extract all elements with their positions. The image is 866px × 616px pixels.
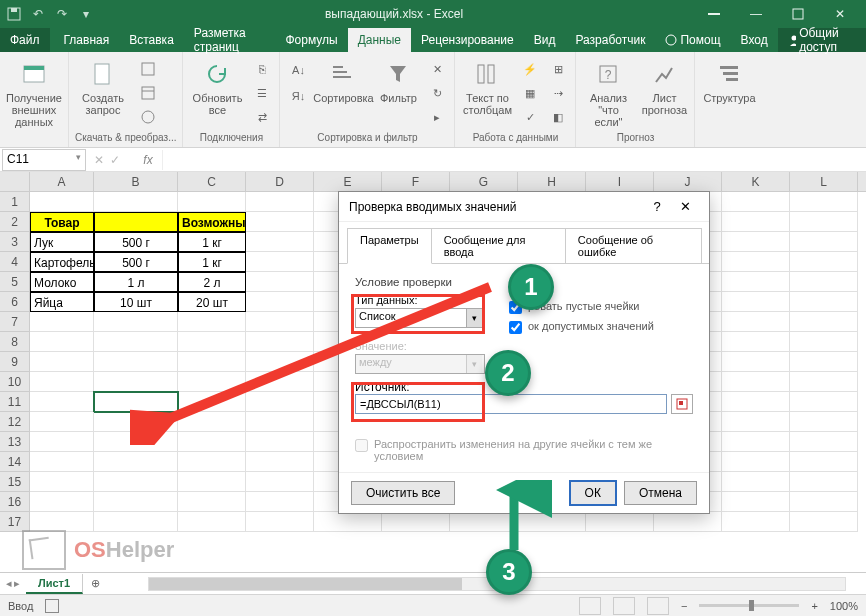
cell[interactable] xyxy=(246,372,314,392)
source-input[interactable] xyxy=(355,394,667,414)
cell[interactable] xyxy=(178,512,246,532)
cell[interactable] xyxy=(246,452,314,472)
row-header[interactable]: 13 xyxy=(0,432,30,452)
row-header[interactable]: 14 xyxy=(0,452,30,472)
cell[interactable] xyxy=(518,512,586,532)
filter-button[interactable]: Фильтр xyxy=(376,58,420,104)
row-header[interactable]: 7 xyxy=(0,312,30,332)
cell[interactable] xyxy=(722,192,790,212)
cell[interactable] xyxy=(450,512,518,532)
get-external-data-button[interactable]: Получение внешних данных xyxy=(6,58,62,128)
view-pagebreak-icon[interactable] xyxy=(647,597,669,615)
cell[interactable] xyxy=(246,432,314,452)
row-header[interactable]: 10 xyxy=(0,372,30,392)
sheet-nav-last-icon[interactable]: ▸ xyxy=(14,577,20,590)
enter-fx-icon[interactable]: ✓ xyxy=(110,153,120,167)
show-queries-icon[interactable] xyxy=(137,58,159,80)
advanced-icon[interactable]: ▸ xyxy=(426,106,448,128)
cell[interactable] xyxy=(790,352,858,372)
tab-review[interactable]: Рецензирование xyxy=(411,28,524,52)
cell[interactable] xyxy=(30,452,94,472)
row-header[interactable]: 17 xyxy=(0,512,30,532)
cell[interactable] xyxy=(382,512,450,532)
cell[interactable] xyxy=(246,332,314,352)
cell[interactable] xyxy=(790,512,858,532)
cell[interactable] xyxy=(30,512,94,532)
column-header[interactable]: G xyxy=(450,172,518,191)
column-header[interactable]: D xyxy=(246,172,314,191)
cell[interactable] xyxy=(94,512,178,532)
column-header[interactable]: E xyxy=(314,172,382,191)
cell[interactable] xyxy=(94,212,178,232)
new-query-button[interactable]: Создать запрос xyxy=(75,58,131,116)
sort-asc-icon[interactable]: А↓ xyxy=(286,58,310,82)
cell[interactable] xyxy=(30,472,94,492)
row-header[interactable]: 12 xyxy=(0,412,30,432)
name-box[interactable]: C11 xyxy=(2,149,86,171)
clear-filter-icon[interactable]: ✕ xyxy=(426,58,448,80)
cell[interactable] xyxy=(246,472,314,492)
cell[interactable] xyxy=(178,492,246,512)
cell[interactable] xyxy=(94,452,178,472)
select-all-corner[interactable] xyxy=(0,172,30,191)
view-pagelayout-icon[interactable] xyxy=(613,597,635,615)
cell[interactable] xyxy=(30,492,94,512)
minimize-icon[interactable]: — xyxy=(736,0,776,28)
cell[interactable] xyxy=(246,412,314,432)
cell[interactable] xyxy=(790,332,858,352)
cell[interactable]: Молоко xyxy=(30,272,94,292)
formula-input[interactable] xyxy=(162,150,866,170)
ribbon-options-icon[interactable] xyxy=(694,0,734,28)
zoom-in-icon[interactable]: + xyxy=(811,600,817,612)
cell[interactable] xyxy=(722,292,790,312)
column-header[interactable]: A xyxy=(30,172,94,191)
cell[interactable] xyxy=(722,272,790,292)
column-header[interactable]: K xyxy=(722,172,790,191)
column-header[interactable]: I xyxy=(586,172,654,191)
qat-customize-icon[interactable]: ▾ xyxy=(78,6,94,22)
cell[interactable] xyxy=(790,192,858,212)
data-validation-icon[interactable]: ✓ xyxy=(519,106,541,128)
tab-help[interactable]: Помощ xyxy=(655,28,730,52)
add-sheet-icon[interactable]: ⊕ xyxy=(83,577,108,590)
tab-home[interactable]: Главная xyxy=(54,28,120,52)
tab-pagelayout[interactable]: Разметка страниц xyxy=(184,28,276,52)
cell[interactable] xyxy=(30,432,94,452)
row-header[interactable]: 2 xyxy=(0,212,30,232)
cell[interactable] xyxy=(94,312,178,332)
cell[interactable] xyxy=(30,412,94,432)
cell[interactable] xyxy=(178,452,246,472)
cell[interactable] xyxy=(246,352,314,372)
incell-dropdown-checkbox[interactable] xyxy=(509,321,522,334)
dialog-help-icon[interactable]: ? xyxy=(643,199,671,214)
cell[interactable] xyxy=(178,392,246,412)
cell[interactable]: 1 л xyxy=(94,272,178,292)
cell[interactable] xyxy=(790,212,858,232)
cell[interactable] xyxy=(314,512,382,532)
column-header[interactable]: L xyxy=(790,172,858,191)
cell[interactable] xyxy=(178,332,246,352)
cancel-fx-icon[interactable]: ✕ xyxy=(94,153,104,167)
sort-desc-icon[interactable]: Я↓ xyxy=(286,84,310,108)
tab-developer[interactable]: Разработчик xyxy=(565,28,655,52)
refresh-all-button[interactable]: Обновить все xyxy=(189,58,245,116)
forecast-sheet-button[interactable]: Лист прогноза xyxy=(640,58,688,116)
sort-button[interactable]: Сортировка xyxy=(316,58,370,104)
redo-icon[interactable]: ↷ xyxy=(54,6,70,22)
cell[interactable] xyxy=(94,192,178,212)
save-icon[interactable] xyxy=(6,6,22,22)
cell[interactable] xyxy=(178,412,246,432)
dialog-tab-error[interactable]: Сообщение об ошибке xyxy=(565,228,702,264)
cell[interactable] xyxy=(790,472,858,492)
row-header[interactable]: 5 xyxy=(0,272,30,292)
maximize-icon[interactable] xyxy=(778,0,818,28)
cell[interactable] xyxy=(246,232,314,252)
column-header[interactable]: C xyxy=(178,172,246,191)
cell[interactable] xyxy=(246,292,314,312)
whatif-button[interactable]: ? Анализ "что если" xyxy=(582,58,634,128)
cell[interactable] xyxy=(30,392,94,412)
remove-duplicates-icon[interactable]: ▦ xyxy=(519,82,541,104)
close-icon[interactable]: ✕ xyxy=(820,0,860,28)
cell[interactable]: 500 г xyxy=(94,252,178,272)
text-to-columns-button[interactable]: Текст по столбцам xyxy=(461,58,513,116)
